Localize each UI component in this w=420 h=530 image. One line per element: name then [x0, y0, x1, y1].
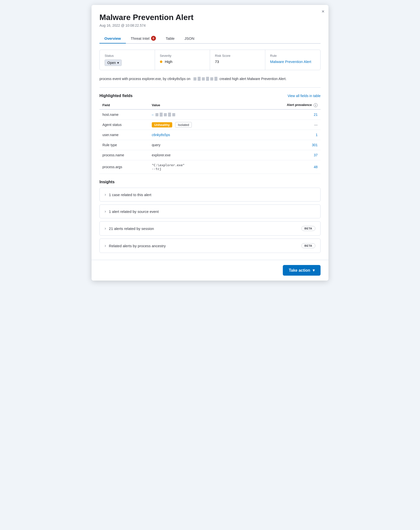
isolated-badge: Isolated: [175, 122, 192, 128]
process-args-value: "C:\explorer.exe"--tcj: [152, 163, 241, 171]
status-button[interactable]: Open ▾: [105, 60, 122, 66]
field-value: Unhealthy Isolated: [149, 120, 244, 130]
table-row: process.args "C:\explorer.exe"--tcj 48: [99, 160, 321, 174]
status-cell: Status Open ▾: [100, 50, 155, 70]
severity-cell: Severity High: [155, 50, 210, 70]
insight-left: › Related alerts by process ancestry: [105, 244, 166, 248]
highlighted-header: Highlighted fields View all fields in ta…: [99, 94, 321, 98]
alert-modal: × Malware Prevention Alert Aug 16, 2022 …: [92, 5, 328, 281]
prevalence-link[interactable]: 48: [314, 165, 318, 169]
tab-bar: Overview Threat Intel 0 Table JSON: [99, 33, 321, 44]
redact-block-6: [214, 77, 217, 81]
redact-block-4: [206, 77, 209, 81]
prevalence-dash: —: [247, 123, 318, 127]
field-name: host.name: [99, 109, 149, 120]
rule-value: Malware Prevention Alert: [270, 60, 316, 64]
prevalence-link[interactable]: 21: [314, 113, 318, 117]
field-prevalence: 1: [244, 130, 321, 140]
field-name: user.name: [99, 130, 149, 140]
field-prevalence: 37: [244, 150, 321, 160]
rule-cell: Rule Malware Prevention Alert: [265, 50, 321, 70]
col-value-header: Value: [149, 101, 244, 109]
field-prevalence: 21: [244, 109, 321, 120]
r4: [168, 113, 171, 117]
modal-footer: Take action ▾: [92, 260, 328, 281]
redact-block-2: [198, 77, 201, 81]
chevron-right-icon: ›: [105, 192, 106, 197]
field-value: –: [149, 109, 244, 120]
field-value: explorer.exe: [149, 150, 244, 160]
table-row: Rule type query 301: [99, 140, 321, 150]
field-name: process.args: [99, 160, 149, 174]
severity-label: Severity: [160, 54, 205, 58]
risk-score-label: Risk Score: [215, 54, 260, 58]
redacted-hostname: [191, 76, 218, 82]
severity-dot-icon: [160, 61, 162, 63]
col-prevalence-header: Alert prevalence i: [244, 101, 321, 109]
take-action-button[interactable]: Take action ▾: [283, 265, 321, 276]
severity-value: High: [160, 60, 205, 64]
redact-block-1: [193, 77, 196, 81]
chevron-right-icon: ›: [105, 209, 106, 214]
r2: [160, 113, 163, 117]
r3: [164, 113, 167, 116]
highlighted-title: Highlighted fields: [99, 94, 133, 98]
view-all-fields-link[interactable]: View all fields in table: [287, 94, 321, 98]
insight-card-session[interactable]: › 21 alerts related by session BETA: [99, 221, 321, 236]
prevalence-link[interactable]: 1: [316, 133, 318, 137]
risk-score-value: 73: [215, 60, 260, 64]
beta-badge: BETA: [301, 243, 315, 248]
col-field-header: Field: [99, 101, 149, 109]
table-row: Agent status Unhealthy Isolated —: [99, 120, 321, 130]
rule-label: Rule: [270, 54, 316, 58]
insight-card-source-event[interactable]: › 1 alert related by source event: [99, 204, 321, 218]
redact-block-3: [202, 77, 205, 81]
modal-title: Malware Prevention Alert: [99, 13, 321, 22]
beta-badge: BETA: [301, 226, 315, 231]
table-row: process.name explorer.exe 37: [99, 150, 321, 160]
field-name: Agent status: [99, 120, 149, 130]
meta-grid: Status Open ▾ Severity High Risk Score 7…: [99, 50, 321, 70]
rule-link[interactable]: Malware Prevention Alert: [270, 60, 311, 64]
chevron-right-icon: ›: [105, 244, 106, 248]
prevalence-link[interactable]: 301: [312, 143, 318, 147]
prevalence-info-icon[interactable]: i: [314, 103, 318, 107]
field-name: process.name: [99, 150, 149, 160]
r1: [155, 113, 158, 116]
field-value: query: [149, 140, 244, 150]
field-name: Rule type: [99, 140, 149, 150]
field-prevalence: 301: [244, 140, 321, 150]
insight-left: › 21 alerts related by session: [105, 226, 154, 231]
insight-card-cases[interactable]: › 1 case related to this alert: [99, 188, 321, 202]
insights-title: Insights: [99, 180, 321, 184]
modal-subtitle: Aug 16, 2022 @ 10:08:22.574: [99, 23, 321, 27]
username-link[interactable]: c6nky8s5ps: [152, 133, 170, 137]
unhealthy-badge: Unhealthy: [152, 122, 172, 127]
threat-intel-badge: 0: [151, 36, 156, 41]
tab-json[interactable]: JSON: [179, 34, 199, 43]
r5: [172, 113, 175, 116]
status-label: Status: [105, 54, 150, 58]
risk-score-cell: Risk Score 73: [210, 50, 265, 70]
host-redacted: –: [152, 113, 175, 117]
field-prevalence: 48: [244, 160, 321, 174]
field-value: "C:\explorer.exe"--tcj: [149, 160, 244, 174]
table-row: host.name – 21: [99, 109, 321, 120]
tab-threat-intel[interactable]: Threat Intel 0: [126, 33, 161, 44]
redact-block-5: [210, 77, 213, 81]
field-prevalence: —: [244, 120, 321, 130]
prevalence-link[interactable]: 37: [314, 153, 318, 157]
table-row: user.name c6nky8s5ps 1: [99, 130, 321, 140]
status-value: Open ▾: [105, 60, 150, 66]
tab-overview[interactable]: Overview: [99, 34, 126, 43]
insight-left: › 1 case related to this alert: [105, 192, 151, 197]
insight-card-ancestry[interactable]: › Related alerts by process ancestry BET…: [99, 239, 321, 253]
tab-table[interactable]: Table: [161, 34, 180, 43]
close-button[interactable]: ×: [322, 9, 325, 14]
field-value: c6nky8s5ps: [149, 130, 244, 140]
alert-description: process event with process explorer.exe,…: [99, 76, 321, 88]
insight-left: › 1 alert related by source event: [105, 209, 159, 214]
chevron-right-icon: ›: [105, 226, 106, 231]
fields-table: Field Value Alert prevalence i host.name…: [99, 101, 321, 174]
